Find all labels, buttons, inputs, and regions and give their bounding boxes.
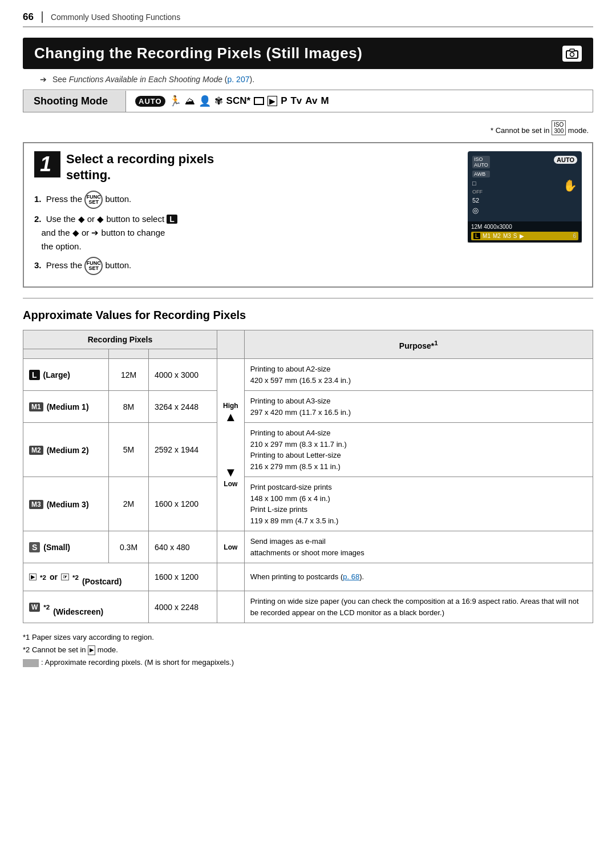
td-postcard-res: 1600 x 1200 [149,563,217,591]
approx-section: Approximate Values for Recording Pixels … [23,309,593,669]
mode-icon-square [254,97,264,105]
cs-arrow-right: ▶ [520,233,524,239]
td-w-icon: W*2 (Widescreen) [23,591,149,623]
footnote-3: : Approximate recording pixels. (M is sh… [23,656,593,669]
cs-hand-icon: ✋ [563,179,577,192]
step1-instruction-3: 3. Press the FUNCSET button. [34,257,457,275]
footnote-2: *2 Cannot be set in ▶ mode. [23,644,593,656]
cs-left-icons: ISOAUTO AWB □ OFF 52 ◎ [472,156,490,215]
row-icon-large: L (Large) [29,370,70,380]
td-s-res: 640 x 480 [149,531,217,563]
pixels-table: Recording Pixels Purpose*1 L (Large) 12M… [23,330,593,623]
td-m2-purpose: Printing to about A4-size210 x 297 mm (8… [244,423,593,477]
step1-left: 1 Select a recording pixels setting. 1. … [34,151,457,278]
badge-w: W [29,603,40,612]
th-recording-pixels: Recording Pixels [23,330,217,349]
table-row-medium2: M2 (Medium 2) 5M 2592 x 1944 Printing to… [23,423,593,477]
td-m3-res: 1600 x 1200 [149,477,217,531]
td-m1-mp: 8M [109,391,149,423]
th-icon [23,349,109,359]
mode-m: M [321,95,329,107]
iso-badge: ISO300 [552,120,566,135]
see-functions-line: ➔ See Functions Available in Each Shooti… [23,75,593,84]
cannot-set-note: * Cannot be set in ISO300 mode. [23,120,593,135]
shooting-mode-label: Shooting Mode [23,91,126,112]
th-purpose: Purpose*1 [244,330,593,359]
table-row-medium1: M1 (Medium 1) 8M 3264 x 2448 Printing to… [23,391,593,423]
cs-right: AUTO ✋ [554,156,577,192]
main-title: Changing the Recording Pixels (Still Ima… [34,45,362,62]
cs-m3: M3 [503,233,511,239]
section-divider [23,298,593,298]
camera-icon [562,46,582,62]
auto-mode-badge: AUTO [135,96,165,107]
down-arrow-icon: ▼ [224,466,237,479]
postcard-badge: ▶ [29,574,37,580]
see-text: See Functions Available in Each Shooting… [52,75,254,84]
cs-count: 6 [573,233,576,239]
mode-av: Av [305,95,317,107]
shooting-mode-icons: AUTO 🏃 ⛰ 👤 ✾ SCN* ▶ P Tv Av M [126,90,338,112]
high-low-arrow: High ▲ ▼ Low [223,402,238,488]
step1-number: 1 [34,151,60,177]
cs-top: ISOAUTO AWB □ OFF 52 ◎ AUTO ✋ [472,156,577,215]
l-badge: L [167,215,177,224]
row-icon-s: S (Small) [29,542,70,552]
up-arrow-icon: ▲ [224,411,237,423]
mode-p: P [281,95,287,107]
main-title-block: Changing the Recording Pixels (Still Ima… [23,38,593,69]
or-text: or [87,214,95,224]
row-icon-postcard: ▶*2 or ☞*2 (Postcard) [29,568,121,586]
step1-instruction-1: 1. Press the FUNCSET button. [34,191,457,209]
table-row-postcard: ▶*2 or ☞*2 (Postcard) 1600 x 1200 When p… [23,563,593,591]
badge-l: L [29,370,40,380]
table-row-medium3: M3 (Medium 3) 2M 1600 x 1200 Print postc… [23,477,593,531]
cs-awb-badge: AWB [472,171,490,177]
cs-m2: M2 [493,233,501,239]
row-icon-m2: M2 (Medium 2) [29,446,89,455]
th-arrow [217,330,245,359]
td-large-icon: L (Large) [23,359,109,391]
func-btn-2: FUNCSET [84,257,103,275]
high-label: High [223,402,238,410]
step1-instruction-2: 2. Use the ◆ or ◆ button to select L and… [34,212,457,253]
td-large-purpose: Printing to about A2-size420 x 597 mm (1… [244,359,593,391]
td-postcard-empty [217,563,245,591]
cs-iso-badge: ISOAUTO [472,156,490,168]
badge-m1: M1 [29,402,43,411]
cs-52: 52 [472,197,490,204]
cs-circle: ◎ [472,206,490,215]
td-large-mp: 12M [109,359,149,391]
cs-bottom: 12M 4000x3000 L M1 M2 M3 S ▶ 6 [468,221,582,243]
camera-screen-preview: ISOAUTO AWB □ OFF 52 ◎ AUTO ✋ 12M 4000x3… [468,151,582,243]
mode-icon-film: ▶ [268,96,277,106]
low-label: Low [224,480,237,488]
td-m1-purpose: Printing to about A3-size297 x 420 mm (1… [244,391,593,423]
or-text-2: or [82,228,89,237]
mode-icon-face: 👤 [198,95,211,107]
step1-card: 1 Select a recording pixels setting. 1. … [23,142,593,288]
cs-s: S [513,233,517,239]
mode-scn: SCN* [226,95,251,107]
gray-box-icon [23,659,39,667]
footnote-mode-icon: ▶ [88,645,95,655]
shooting-mode-bar: Shooting Mode AUTO 🏃 ⛰ 👤 ✾ SCN* ▶ P Tv A… [23,90,593,112]
cs-off: OFF [472,189,490,195]
td-m3-icon: M3 (Medium 3) [23,477,109,531]
mode-icon-mountain: ⛰ [185,95,195,107]
td-postcard-icon: ▶*2 or ☞*2 (Postcard) [23,563,149,591]
postcard-link[interactable]: p. 68 [343,572,359,581]
see-functions-link[interactable]: p. 207 [228,75,250,84]
mode-tv: Tv [290,95,302,107]
td-m1-res: 3264 x 2448 [149,391,217,423]
td-postcard-purpose: When printing to postcards (p. 68). [244,563,593,591]
td-w-res: 4000 x 2248 [149,591,217,623]
step1-title-wrapper: 1 Select a recording pixels setting. [34,151,457,183]
arrow-icon: ➔ [40,75,47,84]
badge-m2: M2 [29,446,43,455]
th-resolution [149,349,217,359]
cs-auto-badge: AUTO [554,156,577,164]
td-high-low-arrow: High ▲ ▼ Low [217,359,245,531]
td-large-res: 4000 x 3000 [149,359,217,391]
mode-icon-runner: 🏃 [169,95,181,107]
